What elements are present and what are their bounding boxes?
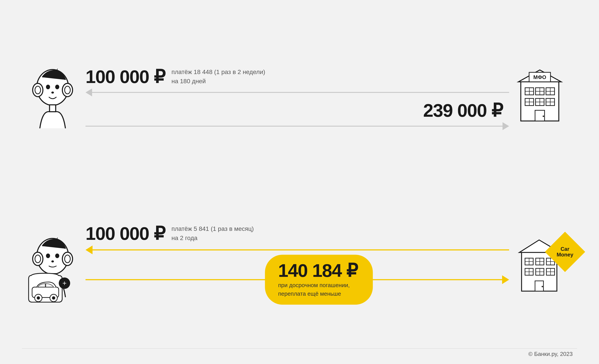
top-left-arrow-container bbox=[86, 89, 509, 96]
svg-point-32 bbox=[543, 115, 544, 117]
svg-point-6 bbox=[55, 85, 59, 89]
top-payment-info: платёж 18 448 (1 раз в 2 недели) на 180 … bbox=[171, 68, 265, 86]
svg-text:МФО: МФО bbox=[533, 74, 546, 80]
bottom-amount-received: 100 000 ₽ bbox=[86, 223, 165, 244]
bottom-payment-info: платёж 5 841 (1 раз в месяц) на 2 года bbox=[171, 224, 254, 243]
bottom-left-group: + bbox=[26, 236, 79, 297]
svg-point-40 bbox=[51, 260, 54, 262]
bottom-payment-info-line2: на 2 года bbox=[171, 233, 254, 243]
top-amount-paid: 239 000 ₽ bbox=[423, 100, 502, 121]
top-amount-received: 100 000 ₽ bbox=[86, 66, 165, 87]
bottom-left-arrow-line bbox=[92, 249, 509, 250]
svg-point-46 bbox=[52, 296, 55, 300]
carmoney-building-wrapper: Car Money bbox=[516, 237, 573, 296]
svg-point-2 bbox=[35, 86, 41, 94]
bottom-middle-content: 100 000 ₽ платёж 5 841 (1 раз в месяц) н… bbox=[79, 223, 516, 302]
top-middle-content: 100 000 ₽ платёж 18 448 (1 раз в 2 недел… bbox=[79, 66, 516, 129]
bottom-right-arrowhead bbox=[502, 275, 509, 284]
bottom-section: + 100 000 ₽ платёж 5 841 (1 раз в месяц)… bbox=[26, 182, 573, 351]
mfo-building-wrapper: МФО bbox=[516, 69, 573, 127]
carmoney-brand-text: Car Money bbox=[557, 246, 573, 258]
plus-icon: + bbox=[59, 278, 70, 289]
top-left-arrow-line bbox=[92, 92, 509, 93]
top-right-arrow-line bbox=[86, 126, 502, 127]
person-illustration-top bbox=[26, 67, 79, 128]
svg-point-38 bbox=[46, 254, 50, 258]
top-right-arrow-container bbox=[86, 123, 509, 129]
top-right-arrowhead bbox=[502, 122, 509, 130]
bottom-divider bbox=[22, 348, 577, 349]
copyright-text: © Банки.ру, 2023 bbox=[529, 351, 573, 357]
carmoney-line1: Car bbox=[557, 246, 573, 252]
carmoney-line2: Money bbox=[557, 252, 573, 257]
svg-point-7 bbox=[51, 92, 54, 93]
top-section: 100 000 ₽ платёж 18 448 (1 раз в 2 недел… bbox=[26, 13, 573, 182]
top-left-arrowhead bbox=[86, 88, 92, 96]
bottom-received-row: 100 000 ₽ платёж 5 841 (1 раз в месяц) н… bbox=[86, 223, 509, 244]
svg-point-68 bbox=[542, 286, 543, 287]
top-received-row: 100 000 ₽ платёж 18 448 (1 раз в 2 недел… bbox=[86, 66, 509, 87]
svg-point-35 bbox=[35, 255, 41, 262]
blob-subtext: при досрочном погашении, переплата ещё м… bbox=[278, 281, 357, 298]
blob-sub-line2: переплата ещё меньше bbox=[278, 289, 357, 298]
payment-info-line1: платёж 18 448 (1 раз в 2 недели) bbox=[171, 68, 265, 77]
bottom-paid-container: 140 184 ₽ при досрочном погашении, переп… bbox=[86, 258, 509, 302]
bottom-left-arrowhead bbox=[86, 245, 93, 254]
svg-point-44 bbox=[37, 296, 40, 300]
svg-point-4 bbox=[65, 86, 70, 94]
yellow-blob: 140 184 ₽ при досрочном погашении, переп… bbox=[265, 255, 373, 305]
bottom-payment-info-line1: платёж 5 841 (1 раз в месяц) bbox=[171, 224, 254, 233]
main-container: 100 000 ₽ платёж 18 448 (1 раз в 2 недел… bbox=[0, 0, 599, 364]
carmoney-building: Car Money bbox=[516, 237, 573, 296]
top-paid-row: 239 000 ₽ bbox=[86, 100, 509, 121]
bottom-left-arrow-container bbox=[86, 246, 509, 254]
blob-amount: 140 184 ₽ bbox=[278, 261, 357, 280]
blob-sub-line1: при досрочном погашении, bbox=[278, 281, 357, 289]
svg-point-37 bbox=[65, 255, 70, 262]
payment-info-line2: на 180 дней bbox=[171, 77, 265, 86]
svg-point-5 bbox=[46, 85, 50, 89]
svg-point-39 bbox=[55, 254, 59, 258]
car-collateral-icon: + bbox=[26, 271, 68, 304]
